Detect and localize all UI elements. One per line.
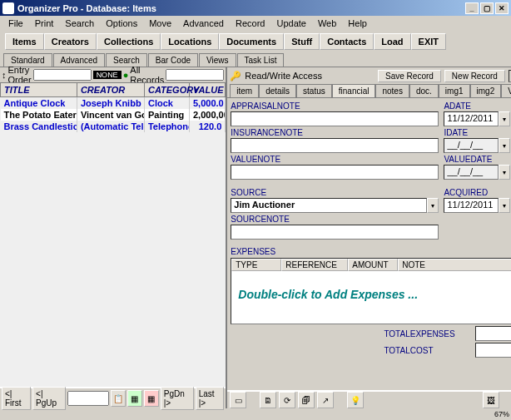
close-button[interactable]: ✕: [495, 2, 509, 14]
btn-creators[interactable]: Creators: [44, 33, 97, 50]
acquired-picker[interactable]: ▾: [499, 198, 510, 213]
menu-record[interactable]: Record: [231, 17, 270, 29]
dtab-view[interactable]: View: [501, 84, 511, 97]
dtab-notes[interactable]: notes: [375, 84, 409, 97]
tab-advanced[interactable]: Advanced: [53, 53, 105, 67]
detail-header: 🔑 Read/Write Access Save Record New Reco…: [227, 67, 511, 84]
valuedate-input[interactable]: __/__/__: [444, 165, 499, 180]
menu-web[interactable]: Web: [313, 17, 341, 29]
acquired-input[interactable]: 11/12/2011: [444, 198, 499, 213]
exp-col-type[interactable]: TYPE: [231, 259, 281, 271]
menu-update[interactable]: Update: [271, 17, 310, 29]
valuedate-label: VALUEDATE: [444, 155, 510, 164]
btn-contacts[interactable]: Contacts: [320, 33, 374, 50]
maximize-button[interactable]: ▢: [480, 2, 494, 14]
adate-label: ADATE: [444, 101, 510, 111]
menu-print[interactable]: Print: [30, 17, 59, 29]
dtab-details[interactable]: details: [259, 84, 296, 97]
dtab-doc[interactable]: doc.: [409, 84, 439, 97]
valuedate-picker[interactable]: ▾: [499, 165, 510, 180]
col-value[interactable]: VALUE: [190, 83, 226, 97]
filter-input-2[interactable]: [166, 69, 224, 81]
tab-tasklist[interactable]: Task List: [237, 53, 285, 67]
menu-options[interactable]: Options: [101, 17, 142, 29]
dtab-financial[interactable]: financial: [332, 84, 376, 97]
valuenote-input[interactable]: [231, 165, 439, 180]
save-record-button[interactable]: Save Record: [378, 70, 441, 82]
exp-col-note[interactable]: NOTE: [398, 259, 511, 271]
insurancenote-input[interactable]: [231, 138, 439, 153]
tool-export-icon[interactable]: ↗: [317, 392, 334, 408]
appraisalnote-input[interactable]: [231, 111, 439, 126]
tool-nav-icon[interactable]: ▭: [230, 392, 246, 408]
none-badge: NONE: [93, 71, 122, 79]
menu-search[interactable]: Search: [60, 17, 99, 29]
nav-pgup[interactable]: <| PgUp: [32, 387, 66, 410]
nav-pgdn[interactable]: PgDn |>: [161, 387, 194, 410]
tool-icon-3[interactable]: ▦: [144, 390, 159, 407]
btn-load[interactable]: Load: [374, 33, 410, 50]
idate-input[interactable]: __/__/__: [444, 138, 499, 153]
tool-copy-icon[interactable]: 🗐: [298, 392, 315, 408]
nav-pos-input[interactable]: [67, 391, 109, 406]
tool-refresh-icon[interactable]: ⟳: [279, 392, 295, 408]
col-category[interactable]: CATEGORY: [144, 83, 189, 97]
filter-input-1[interactable]: [33, 69, 92, 81]
right-pane: 🔑 Read/Write Access Save Record New Reco…: [227, 67, 511, 408]
record-grid[interactable]: TITLE CREATOR CATEGORY VALUE Antique Clo…: [0, 82, 226, 387]
exp-col-amount[interactable]: AMOUNT: [348, 259, 398, 271]
expenses-label: EXPENSES: [231, 247, 275, 256]
tool-bulb-icon[interactable]: 💡: [347, 392, 364, 408]
title-bar: Organizer Pro - Database: Items _ ▢ ✕: [0, 0, 511, 16]
menu-help[interactable]: Help: [343, 17, 372, 29]
dtab-img1[interactable]: img1: [439, 84, 470, 97]
left-pane: ↕ Entry Order NONE ● All Records TITLE C…: [0, 67, 227, 408]
idate-picker[interactable]: ▾: [499, 138, 510, 153]
totalcost-label: TOTALCOST: [384, 346, 475, 355]
btn-documents[interactable]: Documents: [219, 33, 284, 50]
new-record-button[interactable]: New Record: [444, 70, 505, 82]
source-input[interactable]: Jim Auctioner: [231, 198, 427, 213]
menu-file[interactable]: File: [3, 17, 28, 29]
tool-img-icon[interactable]: 🖼: [483, 392, 499, 408]
nav-first[interactable]: <| First: [2, 387, 31, 410]
nav-last[interactable]: Last |>: [196, 387, 225, 410]
key-icon: 🔑: [230, 71, 241, 82]
sourcenote-input[interactable]: [231, 225, 439, 240]
expenses-grid[interactable]: TYPE REFERENCE AMOUNT NOTE Double-click …: [231, 258, 511, 324]
tab-views[interactable]: Views: [199, 53, 236, 67]
exp-col-ref[interactable]: REFERENCE: [281, 259, 348, 271]
menu-move[interactable]: Move: [144, 17, 176, 29]
left-toolbar: ↕ Entry Order NONE ● All Records: [0, 67, 226, 82]
btn-locations[interactable]: Locations: [161, 33, 219, 50]
access-label: Read/Write Access: [245, 71, 375, 81]
col-title[interactable]: TITLE: [1, 83, 77, 97]
window-title: Organizer Pro - Database: Items: [17, 3, 156, 13]
minimize-button[interactable]: _: [465, 2, 479, 14]
menu-advanced[interactable]: Advanced: [178, 17, 229, 29]
source-label: SOURCE: [231, 188, 439, 197]
adate-input[interactable]: 11/12/2011: [444, 111, 499, 126]
btn-collections[interactable]: Collections: [97, 33, 161, 50]
sort-arrow-icon[interactable]: ↕: [2, 70, 7, 80]
table-row[interactable]: Antique ClockJoseph KnibbClock5,000.0: [1, 97, 226, 110]
dtab-item[interactable]: item: [230, 84, 259, 97]
btn-items[interactable]: Items: [5, 33, 44, 50]
app-icon: [2, 2, 14, 14]
source-dd[interactable]: ▾: [427, 198, 439, 213]
table-row[interactable]: The Potato EatersVincent van GoghPaintin…: [1, 109, 226, 121]
tool-icon-2[interactable]: ▦: [127, 390, 142, 407]
dtab-status[interactable]: status: [296, 84, 332, 97]
adate-picker[interactable]: ▾: [499, 111, 510, 126]
totalexpenses-value: 0.00: [475, 326, 511, 341]
valuenote-label: VALUENOTE: [231, 155, 439, 164]
btn-stuff[interactable]: Stuff: [284, 33, 320, 50]
table-row[interactable]: Brass Candlestick(Automatic TelephTeleph…: [1, 121, 226, 132]
check-icon[interactable]: ●: [123, 70, 129, 80]
tool-icon-1[interactable]: 📋: [111, 390, 126, 407]
tool-doc-icon[interactable]: 🗎: [260, 392, 276, 408]
appraisalnote-label: APPRAISALNOTE: [231, 101, 439, 111]
btn-exit[interactable]: EXIT: [411, 33, 446, 50]
dtab-img2[interactable]: img2: [470, 84, 502, 97]
col-creator[interactable]: CREATOR: [77, 83, 144, 97]
